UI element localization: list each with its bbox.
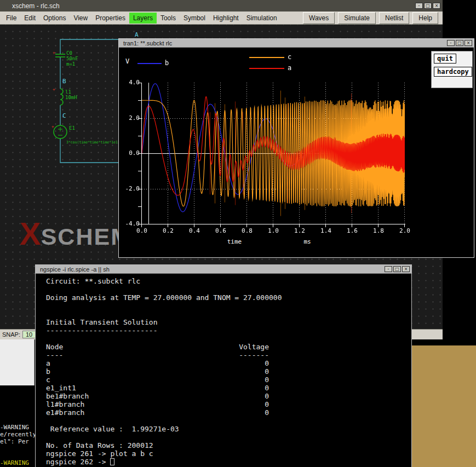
minimize-button[interactable]: -	[447, 40, 455, 46]
legend-label-a: a	[288, 64, 291, 72]
terminal-window-title: ngspice -i rlc.spice -a || sh	[40, 266, 110, 273]
xschem-menubar-buttons: WavesSimulateNetlistHelp	[303, 12, 438, 24]
x-tick-label: 2.0	[395, 227, 415, 234]
legend-line-a	[249, 68, 284, 69]
close-button[interactable]: ×	[464, 40, 472, 46]
snap-input[interactable]: 10	[22, 331, 36, 338]
desktop-tan-patch	[412, 345, 476, 467]
minimize-button[interactable]: -	[385, 266, 392, 272]
ind-ref-label: l1	[65, 89, 71, 95]
terminal-line: l1#branch 0	[46, 400, 411, 408]
menu-edit[interactable]: Edit	[20, 13, 39, 24]
hardcopy-button[interactable]: hardcopy	[434, 67, 472, 77]
src-ref-label: E1	[69, 125, 75, 131]
x-axis-label: time	[213, 238, 256, 245]
cap-value-label: 50nF	[66, 56, 78, 61]
svg-text:+: +	[53, 87, 55, 92]
xschem-logo-x: X	[20, 218, 41, 250]
toolbar-help-button[interactable]: Help	[412, 12, 438, 24]
terminal-line: c 0	[46, 376, 411, 384]
waveform-window: tran1: **.subckt rlc -□× V time ms quith…	[118, 38, 474, 258]
capacitor-symbol[interactable]	[55, 54, 65, 57]
menu-view[interactable]: View	[70, 13, 91, 24]
ind-value-label: 10mH	[65, 95, 77, 100]
close-button[interactable]: ×	[402, 266, 410, 272]
terminal-line	[46, 285, 411, 293]
menu-file[interactable]: File	[2, 13, 20, 24]
y-tick-mark	[138, 136, 141, 136]
terminal-line: b 0	[46, 367, 411, 376]
x-tick-label: 1.2	[290, 227, 309, 234]
wave-plot[interactable]	[142, 83, 405, 224]
terminal-line	[46, 335, 411, 343]
desktop: -WARNINGe/recently)el": Per-WARNING xsch…	[0, 0, 476, 467]
x-tick-label: 1.0	[263, 227, 283, 234]
xschem-menubar-items: FileEditOptionsViewPropertiesLayersTools…	[2, 13, 281, 24]
maximize-button[interactable]: □	[456, 40, 463, 46]
toolbar-waves-button[interactable]: Waves	[303, 12, 335, 24]
maximize-button[interactable]: □	[424, 3, 432, 9]
terminal-titlebar[interactable]: ngspice -i rlc.spice -a || sh -□×	[36, 265, 411, 274]
terminal-line: No. of Data Rows : 200012	[46, 441, 411, 449]
wave-button-panel: quithardcopy	[431, 51, 473, 88]
terminal-cursor	[110, 458, 114, 465]
close-button[interactable]: ×	[433, 3, 440, 9]
y-tick-label: -4.0	[121, 220, 140, 227]
menu-highlight[interactable]: Highlight	[209, 13, 243, 24]
x-tick-label: 1.4	[316, 227, 336, 234]
terminal-line: Doing analysis at TEMP = 27.000000 and T…	[46, 293, 411, 302]
background-terminal-line	[0, 452, 35, 459]
voltage-source-symbol[interactable]	[54, 125, 67, 139]
toolbar-netlist-button[interactable]: Netlist	[379, 12, 409, 24]
terminal-line: Reference value : 1.99271e-03	[46, 425, 411, 433]
terminal-line: ---- -------	[46, 351, 411, 359]
menu-symbol[interactable]: Symbol	[180, 13, 209, 24]
terminal-line: a 0	[46, 359, 411, 367]
menu-properties[interactable]: Properties	[91, 13, 129, 24]
menu-simulation[interactable]: Simulation	[243, 13, 281, 24]
xschem-window-controls: -□×	[414, 3, 440, 9]
terminal-line: Node Voltage	[46, 343, 411, 351]
background-terminal-line: e/recently)	[0, 431, 35, 438]
terminal-line: e1#branch 0	[46, 408, 411, 417]
background-white-panel	[0, 339, 35, 385]
cap-ref-label: C0	[66, 50, 72, 56]
menu-layers[interactable]: Layers	[129, 13, 157, 24]
maximize-button[interactable]: □	[393, 266, 401, 272]
terminal-body[interactable]: Circuit: **.subckt rlcDoing analysis at …	[36, 274, 411, 467]
y-axis-line	[141, 83, 142, 224]
y-tick-label: 2.0	[121, 114, 140, 122]
quit-button[interactable]: quit	[434, 54, 456, 64]
snap-label: SNAP:	[2, 331, 20, 338]
y-tick-mark	[138, 171, 141, 171]
xschem-window-title: xschem - rlc.sch	[12, 2, 60, 10]
background-terminal: -WARNINGe/recently)el": Per-WARNING	[0, 424, 35, 466]
component-labels: C0 50nF m=1 l1 10mH E1 3*cos(time*time*t…	[65, 50, 122, 145]
terminal-line: ngspice 261 -> plot a b c	[46, 449, 411, 458]
net-label-a: A	[135, 31, 139, 38]
x-tick-label: 1.6	[342, 227, 362, 234]
x-tick-label: 0.2	[158, 227, 178, 234]
menu-options[interactable]: Options	[39, 13, 70, 24]
xschem-titlebar[interactable]: xschem - rlc.sch -□×	[0, 0, 443, 11]
legend-line-b	[137, 63, 162, 64]
x-axis-unit-label: ms	[296, 238, 318, 245]
toolbar-simulate-button[interactable]: Simulate	[338, 12, 376, 24]
inductor-symbol[interactable]	[60, 89, 63, 105]
net-label-c: C	[62, 112, 66, 119]
x-tick-label: 0.0	[132, 227, 152, 234]
wave-titlebar[interactable]: tran1: **.subckt rlc -□×	[119, 39, 474, 48]
background-terminal-line: el": Per	[0, 438, 35, 445]
x-tick-label: 1.8	[369, 227, 388, 234]
xschem-logo: X SCHEM	[20, 218, 131, 250]
terminal-window: ngspice -i rlc.spice -a || sh -□× Circui…	[35, 264, 412, 467]
x-tick-label: 0.6	[211, 227, 231, 234]
legend-line-c	[249, 57, 284, 58]
terminal-line	[46, 417, 411, 425]
wave-window-controls: -□×	[446, 40, 472, 46]
minimize-button[interactable]: -	[415, 3, 423, 9]
terminal-line: be1#branch 0	[46, 392, 411, 400]
menu-tools[interactable]: Tools	[157, 13, 180, 24]
terminal-line: --------------------------	[46, 326, 411, 335]
terminal-line	[46, 302, 411, 310]
